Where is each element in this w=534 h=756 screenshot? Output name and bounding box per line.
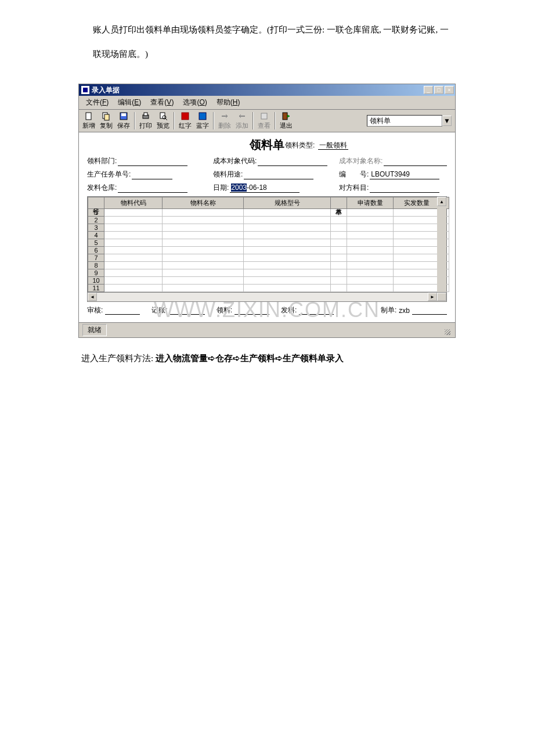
row-header[interactable]: 9	[88, 269, 104, 277]
grid-cell[interactable]	[163, 209, 244, 217]
maximize-button[interactable]: □	[434, 86, 443, 94]
grid-cell[interactable]	[347, 269, 394, 277]
row-header[interactable]: 8	[88, 262, 104, 269]
grid-cell[interactable]	[163, 247, 244, 254]
grid-cell[interactable]	[394, 277, 440, 285]
issue-input[interactable]	[299, 307, 334, 315]
col-header[interactable]: 行号	[88, 197, 104, 209]
row-header[interactable]: 7	[88, 254, 104, 262]
audit-input[interactable]	[105, 307, 140, 315]
grid-cell[interactable]	[331, 217, 347, 224]
row-header[interactable]: 6	[88, 247, 104, 254]
save-button[interactable]: 保存	[115, 111, 132, 131]
grid-cell[interactable]	[347, 262, 394, 269]
col-header[interactable]: 申请数量	[347, 197, 394, 209]
exit-button[interactable]: 退出	[277, 111, 295, 131]
account-input[interactable]	[370, 183, 439, 193]
grid-cell[interactable]	[394, 232, 440, 239]
grid-cell[interactable]	[163, 232, 244, 239]
col-header[interactable]: 基本单	[331, 197, 347, 209]
doc-type-select[interactable]: 领料单	[367, 115, 442, 127]
minimize-button[interactable]: _	[424, 86, 433, 94]
row-header[interactable]: 10	[88, 277, 104, 285]
grid-cell[interactable]	[104, 239, 163, 247]
grid-cell[interactable]	[394, 224, 440, 232]
grid-cell[interactable]	[331, 262, 347, 269]
scroll-right-icon[interactable]: ►	[428, 293, 437, 301]
resize-grip[interactable]	[442, 324, 452, 336]
grid-cell[interactable]	[244, 217, 331, 224]
row-header[interactable]: 1	[88, 209, 104, 217]
grid-cell[interactable]	[244, 232, 331, 239]
grid-cell[interactable]	[331, 277, 347, 285]
grid-cell[interactable]	[394, 217, 440, 224]
row-header[interactable]: 5	[88, 239, 104, 247]
grid-cell[interactable]	[331, 232, 347, 239]
grid-cell[interactable]	[394, 247, 440, 254]
grid-cell[interactable]	[244, 209, 331, 217]
preview-button[interactable]: 预览	[154, 111, 172, 131]
grid-cell[interactable]	[104, 269, 163, 277]
print-button[interactable]: 打印	[137, 111, 154, 131]
menu-help[interactable]: 帮助(H)	[212, 96, 245, 109]
grid-cell[interactable]	[394, 209, 440, 217]
col-header[interactable]: 规格型号	[244, 197, 331, 209]
vertical-scrollbar[interactable]: ▲	[437, 197, 446, 292]
grid-cell[interactable]	[394, 262, 440, 269]
grid-cell[interactable]	[394, 285, 440, 292]
scroll-left-icon[interactable]: ◄	[88, 293, 97, 301]
dropdown-icon[interactable]: ▼	[442, 116, 452, 126]
grid-cell[interactable]	[244, 269, 331, 277]
grid-cell[interactable]	[331, 254, 347, 262]
red-button[interactable]: 红字	[176, 111, 194, 131]
grid-cell[interactable]	[331, 224, 347, 232]
grid-cell[interactable]	[347, 247, 394, 254]
new-button[interactable]: 新增	[80, 111, 98, 131]
close-button[interactable]: ×	[445, 86, 454, 94]
grid-cell[interactable]	[394, 254, 440, 262]
grid-cell[interactable]	[163, 254, 244, 262]
grid-cell[interactable]	[163, 277, 244, 285]
grid-cell[interactable]	[104, 209, 163, 217]
scroll-up-icon[interactable]: ▲	[437, 197, 446, 206]
grid-cell[interactable]	[244, 254, 331, 262]
usage-input[interactable]	[244, 170, 313, 179]
date-input[interactable]: 2003-06-18	[230, 183, 300, 193]
grid-cell[interactable]	[104, 285, 163, 292]
grid-cell[interactable]	[244, 262, 331, 269]
grid-cell[interactable]	[104, 247, 163, 254]
col-header[interactable]: 物料名称	[163, 197, 244, 209]
grid-cell[interactable]	[331, 269, 347, 277]
grid-cell[interactable]	[347, 217, 394, 224]
grid-cell[interactable]	[347, 224, 394, 232]
grid-cell[interactable]	[347, 239, 394, 247]
grid-cell[interactable]	[163, 262, 244, 269]
grid-cell[interactable]	[163, 224, 244, 232]
grid-cell[interactable]	[331, 209, 347, 217]
grid-cell[interactable]	[104, 224, 163, 232]
grid-cell[interactable]	[244, 224, 331, 232]
row-header[interactable]: 4	[88, 232, 104, 239]
row-header[interactable]: 11	[88, 285, 104, 292]
grid-cell[interactable]	[163, 269, 244, 277]
grid-cell[interactable]	[244, 277, 331, 285]
grid-cell[interactable]	[347, 277, 394, 285]
grid-cell[interactable]	[331, 285, 347, 292]
grid-cell[interactable]	[347, 285, 394, 292]
data-grid[interactable]: 行号物料代码物料名称规格型号基本单申请数量实发数量1234567891011 ▲	[87, 196, 447, 293]
grid-cell[interactable]	[104, 254, 163, 262]
horizontal-scrollbar[interactable]: ◄ ►	[87, 293, 447, 302]
grid-cell[interactable]	[244, 239, 331, 247]
menu-view[interactable]: 查看(V)	[146, 96, 178, 109]
grid-cell[interactable]	[331, 247, 347, 254]
grid-cell[interactable]	[104, 262, 163, 269]
blue-button[interactable]: 蓝字	[194, 111, 211, 131]
grid-cell[interactable]	[104, 277, 163, 285]
grid-cell[interactable]	[163, 239, 244, 247]
col-header[interactable]: 物料代码	[104, 197, 163, 209]
row-header[interactable]: 2	[88, 217, 104, 224]
grid-cell[interactable]	[394, 239, 440, 247]
grid-cell[interactable]	[163, 285, 244, 292]
grid-cell[interactable]	[244, 285, 331, 292]
book-input[interactable]	[170, 307, 205, 315]
